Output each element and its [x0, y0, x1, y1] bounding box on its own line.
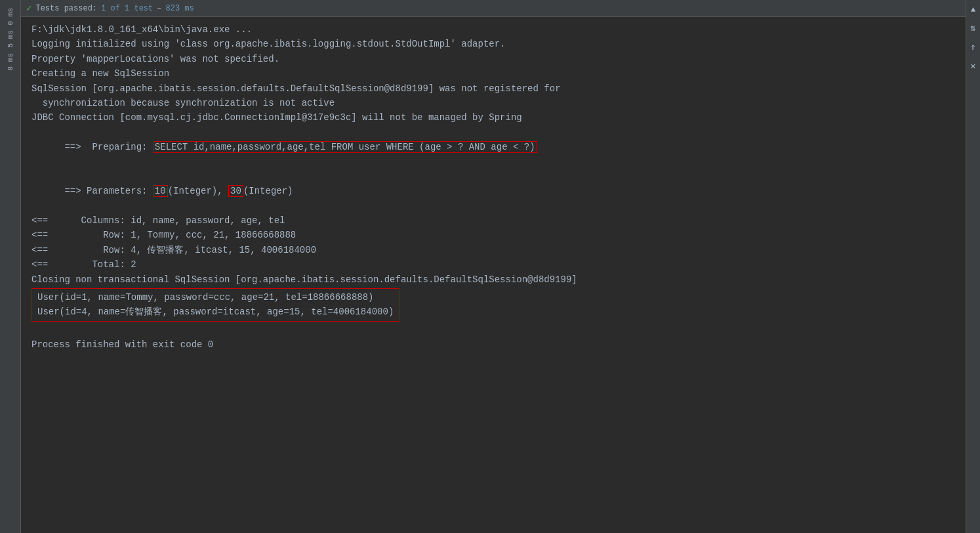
main-content: ✓ Tests passed: 1 of 1 test – 823 ms F:\…: [21, 0, 966, 533]
console-line-9: ==> Parameters: 10(Integer), 30(Integer): [31, 169, 955, 213]
sql-query-highlight: SELECT id,name,password,age,tel FROM use…: [153, 141, 537, 153]
separator: –: [157, 4, 161, 13]
test-status-label: Tests passed:: [35, 4, 97, 13]
param2-highlight: 30: [228, 185, 243, 197]
console-line-2: Logging initialized using 'class org.apa…: [31, 37, 955, 51]
wrap-icon[interactable]: ⇅: [970, 22, 975, 33]
left-sidebar: 0 ms 5 ms 8 ms: [0, 0, 21, 533]
param-mid: (Integer),: [168, 186, 228, 196]
console-line-1: F:\jdk\jdk1.8.0_161_x64\bin\java.exe ...: [31, 22, 955, 37]
console-line-14: Closing non transactional SqlSession [or…: [31, 272, 955, 287]
console-line-exit: Process finished with exit code 0: [31, 337, 955, 352]
console-area: F:\jdk\jdk1.8.0_161_x64\bin\java.exe ...…: [21, 17, 966, 533]
tab-0ms[interactable]: 0 ms: [5, 5, 16, 28]
result-line-2: User(id=4, name=传智播客, password=itcast, a…: [37, 305, 394, 319]
result-box: User(id=1, name=Tommy, password=ccc, age…: [31, 288, 399, 322]
console-line-8: ==> Preparing: SELECT id,name,password,a…: [31, 125, 955, 169]
console-line-11: <== Row: 1, Tommy, ccc, 21, 18866668888: [31, 228, 955, 242]
scroll-up-icon[interactable]: ▲: [971, 5, 975, 14]
console-line-10: <== Columns: id, name, password, age, te…: [31, 213, 955, 228]
check-icon: ✓: [26, 3, 31, 14]
param1-highlight: 10: [153, 185, 168, 197]
preparing-prefix: ==> Preparing:: [64, 142, 152, 152]
right-sidebar: ▲ ⇅ ⇑ ✕: [966, 0, 980, 533]
clear-icon[interactable]: ✕: [970, 60, 975, 72]
top-bar: ✓ Tests passed: 1 of 1 test – 823 ms: [21, 0, 966, 17]
test-time: 823 ms: [165, 4, 194, 13]
param-end: (Integer): [243, 186, 293, 196]
console-line-12: <== Row: 4, 传智播客, itcast, 15, 4006184000: [31, 243, 955, 257]
console-line-6: synchronization because synchronization …: [31, 96, 955, 110]
scroll-top-icon[interactable]: ⇑: [970, 41, 975, 53]
console-line-blank: [31, 323, 955, 337]
result-line-1: User(id=1, name=Tommy, password=ccc, age…: [37, 290, 394, 305]
test-count: 1 of 1 test: [101, 4, 153, 13]
console-line-13: <== Total: 2: [31, 257, 955, 272]
tab-8ms[interactable]: 8 ms: [5, 51, 16, 73]
console-line-3: Property 'mapperLocations' was not speci…: [31, 52, 955, 66]
console-line-5: SqlSession [org.apache.ibatis.session.de…: [31, 81, 955, 96]
parameters-prefix: ==> Parameters:: [64, 186, 152, 196]
tab-5ms[interactable]: 5 ms: [5, 28, 16, 50]
test-status: ✓ Tests passed: 1 of 1 test – 823 ms: [26, 3, 194, 14]
console-line-7: JDBC Connection [com.mysql.cj.jdbc.Conne…: [31, 110, 955, 125]
console-line-4: Creating a new SqlSession: [31, 66, 955, 81]
